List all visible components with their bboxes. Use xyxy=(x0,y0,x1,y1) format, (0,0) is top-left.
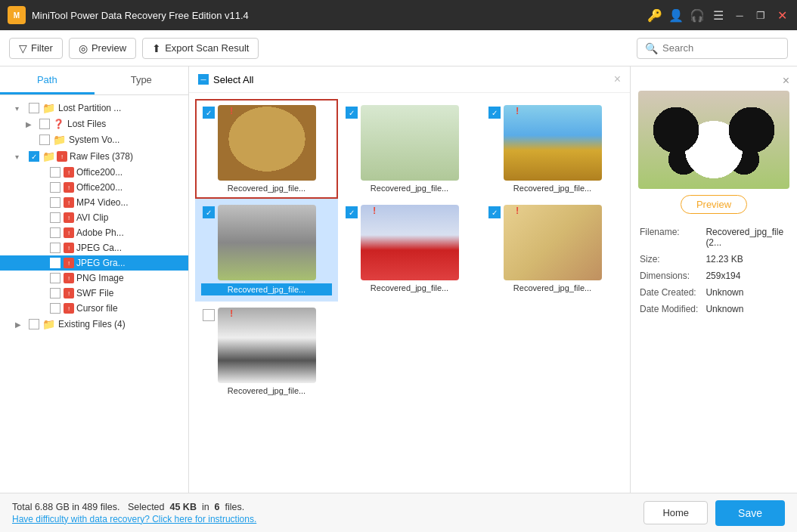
folder-icon: 📁 xyxy=(53,134,66,146)
thumb-label-husky: Recovered_jpg_file... xyxy=(218,386,316,395)
tree-item-mp4-video[interactable]: ! MP4 Video... xyxy=(0,195,188,210)
minimize-icon[interactable]: ─ xyxy=(732,10,747,21)
checkbox-avi-clip[interactable] xyxy=(50,212,60,223)
tab-path[interactable]: Path xyxy=(0,66,95,94)
size-value: 12.23 KB xyxy=(706,252,788,267)
menu-icon[interactable]: ☰ xyxy=(711,8,726,23)
tree-item-office200-1[interactable]: ! Office200... xyxy=(0,165,188,180)
tree-item-cursor-file[interactable]: ! Cursor file xyxy=(0,301,188,316)
home-button[interactable]: Home xyxy=(643,501,708,524)
tree-label-office200-2: Office200... xyxy=(76,182,184,193)
thumb-label-giraffe: Recovered_jpg_file... xyxy=(504,184,602,193)
file-badge-raw: ! xyxy=(57,151,67,162)
thumb-checkbox-husky[interactable] xyxy=(203,309,215,321)
search-input[interactable] xyxy=(662,42,780,54)
help-link[interactable]: Have difficulty with data recovery? Clic… xyxy=(12,514,256,524)
checkbox-swf-file[interactable] xyxy=(50,288,60,298)
tree-item-existing-files[interactable]: ▶ 📁 Existing Files (4) xyxy=(0,316,188,332)
filter-button[interactable]: ▽ Filter xyxy=(9,38,63,59)
tab-type[interactable]: Type xyxy=(95,66,189,94)
preview-button[interactable]: ◎ Preview xyxy=(69,38,136,59)
save-button[interactable]: Save xyxy=(715,500,785,526)
tree-item-lost-partition[interactable]: ▾ 📁 Lost Partition ... xyxy=(0,100,188,116)
size-label: Size: xyxy=(640,252,704,267)
date-created-label: Date Created: xyxy=(640,285,704,300)
file-badge-icon: ! xyxy=(64,303,74,314)
close-icon[interactable]: ✕ xyxy=(774,8,789,23)
tree-label-png-image: PNG Image xyxy=(76,273,184,283)
search-box[interactable]: 🔍 xyxy=(637,38,788,59)
file-thumb-beagle[interactable]: ✓ ! Recovered_jpg_file... xyxy=(338,99,481,199)
tree-item-lost-files[interactable]: ▶ ❓ Lost Files xyxy=(0,116,188,131)
checkbox-raw-files[interactable]: ✓ xyxy=(29,151,39,162)
checkbox-cursor-file[interactable] xyxy=(50,303,60,314)
checkbox-lost-files[interactable] xyxy=(39,119,50,129)
tree-item-system-vo[interactable]: 📁 System Vo... xyxy=(0,131,188,148)
tree-label-system-vo: System Vo... xyxy=(69,135,184,145)
status-buttons: Home Save xyxy=(643,500,785,526)
sidebar: Path Type ▾ 📁 Lost Partition ... ▶ ❓ Los… xyxy=(0,66,189,493)
thumb-checkbox-giraffe[interactable]: ✓ xyxy=(488,107,501,119)
titlebar: M MiniTool Power Data Recovery Free Edit… xyxy=(0,0,797,30)
checkbox-office200-1[interactable] xyxy=(50,167,60,178)
tree-label-jpeg-gra: JPEG Gra... xyxy=(76,258,184,268)
export-button[interactable]: ⬆ Export Scan Result xyxy=(142,38,259,59)
checkbox-system-vo[interactable] xyxy=(39,135,50,145)
sidebar-tabs: Path Type xyxy=(0,66,188,95)
preview-created-row: Date Created: Unknown xyxy=(640,285,788,300)
tree-item-adobe-ph[interactable]: ! Adobe Ph... xyxy=(0,225,188,240)
tree-item-avi-clip[interactable]: ! AVI Clip xyxy=(0,210,188,225)
file-thumb-puppies[interactable]: ✓ ! Recovered_jpg_file... xyxy=(481,199,624,302)
thumb-checkbox-puppies[interactable]: ✓ xyxy=(488,206,501,218)
app-title: MiniTool Power Data Recovery Free Editio… xyxy=(32,10,647,21)
key-icon[interactable]: 🔑 xyxy=(647,8,662,23)
checkbox-jpeg-gra[interactable]: ✓ xyxy=(50,258,60,268)
checkbox-png-image[interactable] xyxy=(50,273,60,283)
window-controls: 🔑 👤 🎧 ☰ ─ ❐ ✕ xyxy=(647,8,789,23)
thumb-label-beagle: Recovered_jpg_file... xyxy=(361,184,459,193)
thumb-checkbox-beagle[interactable]: ✓ xyxy=(346,107,358,119)
tree-item-swf-file[interactable]: ! SWF File xyxy=(0,286,188,301)
restore-icon[interactable]: ❐ xyxy=(753,10,768,21)
user-icon[interactable]: 👤 xyxy=(668,8,684,23)
checkbox-jpeg-ca[interactable] xyxy=(50,243,60,253)
tree-label-swf-file: SWF File xyxy=(76,288,184,298)
file-badge-icon: ! xyxy=(64,212,74,223)
thumb-checkbox-rabbit[interactable]: ✓ xyxy=(203,107,215,119)
grid-close-icon[interactable]: × xyxy=(614,73,621,86)
file-badge-icon: ! xyxy=(64,288,74,298)
checkbox-office200-2[interactable] xyxy=(50,182,60,193)
select-all-checkbox[interactable]: ─ xyxy=(198,74,209,85)
error-badge-berries: ! xyxy=(373,205,376,216)
tree-item-office200-2[interactable]: ! Office200... xyxy=(0,180,188,195)
expand-icon: ▾ xyxy=(15,104,26,113)
tree-item-raw-files[interactable]: ▾ ✓ 📁 ! Raw Files (378) xyxy=(0,148,188,165)
checkbox-mp4-video[interactable] xyxy=(50,197,60,208)
error-badge-giraffe: ! xyxy=(516,105,519,116)
select-all-area[interactable]: ─ Select All xyxy=(198,74,253,85)
statusbar: Total 6.88 GB in 489 files. Selected 45 … xyxy=(0,493,797,532)
checkbox-adobe-ph[interactable] xyxy=(50,227,60,238)
file-grid-header: ─ Select All × xyxy=(189,66,630,93)
headphone-icon[interactable]: 🎧 xyxy=(690,8,705,23)
status-total-text: Total 6.88 GB in 489 files. Selected 45 … xyxy=(12,502,256,512)
thumb-checkbox-panda[interactable]: ✓ xyxy=(203,206,215,218)
tree-item-jpeg-ca[interactable]: ! JPEG Ca... xyxy=(0,240,188,255)
tree-item-jpeg-gra[interactable]: ✓ ! JPEG Gra... xyxy=(0,255,188,271)
file-badge-icon: ! xyxy=(64,243,74,253)
file-thumb-giraffe[interactable]: ✓ ! Recovered_jpg_file... xyxy=(481,99,624,199)
file-thumb-berries[interactable]: ✓ ! Recovered_jpg_file... xyxy=(338,199,481,302)
preview-action-button[interactable]: Preview xyxy=(681,195,747,214)
date-created-value: Unknown xyxy=(706,285,788,300)
file-thumb-panda[interactable]: ✓ Recovered_jpg_file... xyxy=(195,199,338,302)
file-thumb-rabbit[interactable]: ✓ ! Recovered_jpg_file... xyxy=(195,99,338,199)
tree-item-png-image[interactable]: ! PNG Image xyxy=(0,271,188,286)
file-badge-icon: ! xyxy=(64,197,74,208)
checkbox-existing-files[interactable] xyxy=(29,319,39,329)
date-modified-value: Unknown xyxy=(706,302,788,317)
preview-close-button[interactable]: × xyxy=(638,74,789,88)
expand-icon: ▶ xyxy=(26,120,36,128)
file-thumb-husky[interactable]: ! Recovered_jpg_file... xyxy=(195,302,338,401)
checkbox-lost-partition[interactable] xyxy=(29,103,39,113)
thumb-checkbox-berries[interactable]: ✓ xyxy=(346,206,358,218)
